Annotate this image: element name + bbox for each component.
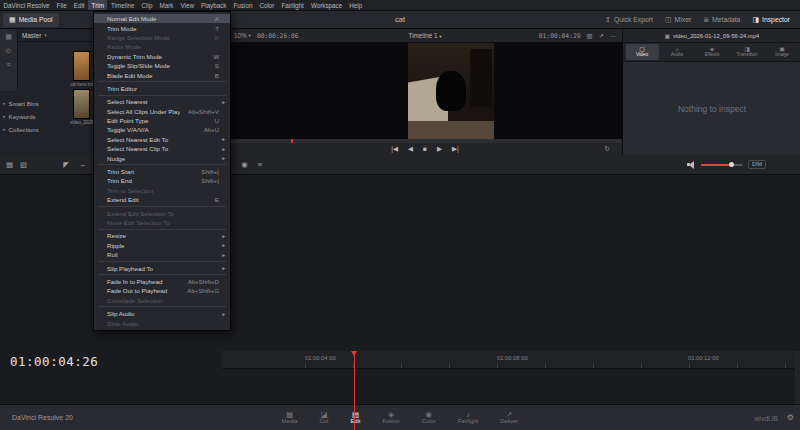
chevron-right-icon: ▸ (3, 126, 6, 132)
menu-bar-item[interactable]: Playback (197, 0, 230, 10)
trim-menu-item[interactable]: Toggle Slip/Slide Mode S (94, 61, 230, 70)
trim-menu-item[interactable]: Move Edit Selection To (94, 218, 230, 227)
viewer-zoom-select[interactable]: 10% ▾ (234, 32, 251, 39)
menu-separator (98, 164, 226, 165)
trim-menu-item[interactable]: Edit Point Type U (94, 116, 230, 125)
usage-icon[interactable]: ≡ (6, 61, 10, 68)
play-button[interactable]: ▶ (437, 146, 442, 153)
trim-menu-item[interactable]: Select Nearest Clip To (94, 144, 230, 153)
media-clip-thumbnail[interactable] (73, 51, 90, 81)
trim-menu-item[interactable]: Slide Audio (94, 318, 230, 327)
smart-bins-section[interactable]: ▸ Smart Bins (3, 97, 91, 109)
menu-bar-item[interactable]: Color (256, 0, 278, 10)
bin-list-icon[interactable]: ▦ (5, 33, 12, 41)
trim-menu-item[interactable]: Slip Playhead To (94, 263, 230, 272)
menu-bar-item[interactable]: Fairlight (278, 0, 307, 10)
last-frame-button[interactable]: ▶| (452, 146, 459, 153)
trim-menu-item[interactable]: Roll (94, 250, 230, 259)
volume-slider[interactable] (701, 164, 743, 166)
timeline-view-options-icon[interactable]: ▦ (6, 160, 13, 169)
page-fusion[interactable]: ◈ Fusion (382, 411, 399, 425)
trim-menu-item[interactable]: Select Nearest (94, 97, 230, 106)
grid-view-icon[interactable]: ▥ (586, 32, 592, 39)
trim-menu-item[interactable]: Trim End Shift+] (94, 176, 230, 185)
playhead-marker[interactable] (351, 351, 357, 356)
trim-menu-item[interactable]: Resize (94, 231, 230, 240)
selection-mode-icon[interactable]: ◤ (63, 160, 69, 169)
trim-menu-item[interactable]: Ripple (94, 241, 230, 250)
search-icon[interactable]: ⊙ (6, 47, 12, 55)
trim-menu-item[interactable]: Dynamic Trim Mode W (94, 52, 230, 61)
metadata-button[interactable]: ≣ Metadata (697, 13, 746, 27)
bin-name[interactable]: Master (22, 32, 41, 39)
trim-menu-item[interactable]: Range Selection Mode R (94, 33, 230, 42)
page-cut[interactable]: ◪ Cut (319, 411, 328, 425)
fixed-playhead-icon[interactable]: ▧ (20, 160, 27, 169)
inspector-tab-image[interactable]: ▣ Image (766, 44, 799, 60)
play-reverse-button[interactable]: ◀ (408, 146, 413, 153)
trim-menu-item[interactable]: Extend Edit E (94, 195, 230, 204)
mixer-button[interactable]: ◫ Mixer (659, 13, 697, 27)
inspector-tab-effects[interactable]: ◈ Effects (696, 44, 729, 60)
bottom-bar: DaVinci Resolve 20 ▦ Media ◪ Cut ▤ Edit … (0, 404, 800, 430)
page-color[interactable]: ◉ Color (422, 411, 436, 425)
trim-menu-item[interactable]: Blade Edit Mode B (94, 70, 230, 79)
timeline-ruler[interactable]: 01:00:04:0001:00:08:0001:00:12:00 (222, 351, 795, 369)
stop-button[interactable]: ■ (423, 146, 427, 153)
trim-menu-item[interactable]: Trim Start Shift+[ (94, 167, 230, 176)
trim-menu-item[interactable]: Extend Edit Selection To (94, 208, 230, 217)
trim-edit-mode-icon[interactable]: ↔ (79, 160, 87, 169)
menu-bar-item[interactable]: Edit (70, 0, 88, 10)
volume-knob[interactable] (729, 162, 734, 167)
menu-bar-item[interactable]: Fusion (230, 0, 256, 10)
trim-menu-item[interactable]: Trim Editor (94, 84, 230, 93)
timeline-timecode[interactable]: 01:00:04:26 (10, 354, 98, 369)
playhead-line[interactable] (354, 351, 355, 430)
trim-menu-item[interactable]: Fade Out to Playhead Alt+Shift+G (94, 286, 230, 295)
loop-icon[interactable]: ↻ (604, 145, 610, 153)
menu-bar-item[interactable]: Help (346, 0, 366, 10)
inspector-tab-transition[interactable]: ◨ Transition (731, 44, 764, 60)
viewer-canvas[interactable] (228, 43, 622, 139)
page-icon: ↗ (506, 411, 512, 419)
speaker-icon[interactable] (687, 161, 696, 169)
page-fairlight[interactable]: ♪ Fairlight (458, 411, 479, 425)
trim-menu-item[interactable]: Crossfade Selection (94, 296, 230, 305)
menu-bar-item[interactable]: Workspace (307, 0, 345, 10)
timeline-options-icon[interactable]: ≡ (258, 160, 262, 169)
expand-viewer-icon[interactable]: ↗ (598, 32, 603, 39)
quick-export-button[interactable]: ↥ Quick Export (599, 13, 659, 27)
menu-bar-item[interactable]: Trim (88, 0, 107, 10)
trim-menu-item[interactable]: Trim to Selection (94, 186, 230, 195)
trim-menu-item[interactable]: Select All Clips Under Playhead Alt+Shif… (94, 107, 230, 116)
trim-menu-item[interactable]: Normal Edit Mode A (94, 14, 230, 23)
menu-bar-item[interactable]: File (53, 0, 70, 10)
menu-bar-item[interactable]: View (177, 0, 198, 10)
marker-icon[interactable]: ◉ (241, 160, 248, 169)
first-frame-button[interactable]: |◀ (391, 146, 398, 153)
dim-button[interactable]: DIM (748, 160, 766, 170)
trim-menu-item[interactable]: Fade In to Playhead Alt+Shift+D (94, 277, 230, 286)
settings-gear-icon[interactable]: ⚙ (787, 413, 794, 422)
menu-bar-item[interactable]: Timeline (107, 0, 138, 10)
trim-menu-item[interactable]: Toggle V/A/V/A Alt+U (94, 125, 230, 134)
menu-bar-item[interactable]: Clip (138, 0, 156, 10)
trim-menu-item[interactable]: Razor Mode (94, 42, 230, 51)
menu-bar-item[interactable]: Mark (156, 0, 177, 10)
page-edit[interactable]: ▤ Edit (350, 411, 360, 425)
trim-menu-item[interactable]: Nudge (94, 153, 230, 162)
page-media[interactable]: ▦ Media (282, 411, 298, 425)
viewer-options-icon[interactable]: ⋯ (610, 32, 616, 39)
inspector-button[interactable]: ◨ Inspector (746, 13, 796, 27)
collections-section[interactable]: ▸ Collections (3, 123, 91, 135)
inspector-tab-audio[interactable]: ♪ Audio (661, 44, 694, 60)
trim-menu-item[interactable]: Trim Mode T (94, 23, 230, 32)
inspector-tab-video[interactable]: ▢ Video (626, 44, 659, 60)
keywords-section[interactable]: ▸ Keywords (3, 110, 91, 122)
submenu-arrow-icon (219, 311, 225, 317)
menu-bar-item[interactable]: DaVinci Resolve (0, 0, 53, 10)
media-pool-toggle-button[interactable]: ▦ Media Pool (3, 13, 59, 27)
page-deliver[interactable]: ↗ Deliver (500, 411, 518, 425)
trim-menu-item[interactable]: Slip Audio (94, 309, 230, 318)
trim-menu-item[interactable]: Select Nearest Edit To (94, 135, 230, 144)
